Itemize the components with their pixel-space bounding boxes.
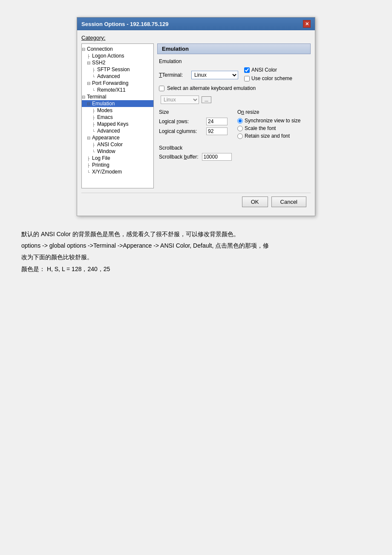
scale-font-row: Scale the font: [237, 125, 309, 131]
notes-line3: 改为下面的颜色比较舒服。: [21, 252, 371, 263]
two-col-section: Size Logical rows: Logical column: [159, 109, 309, 141]
tree-item-ansi-color[interactable]: ├ANSI Color: [82, 141, 153, 148]
tree-item-xyz-modem[interactable]: └X/Y/Zmodem: [82, 168, 153, 175]
alt-kbd-select[interactable]: Linux: [161, 95, 199, 104]
notes-line2: options -> global options ->Terminal ->A…: [21, 240, 371, 251]
sync-view-row: Synchronize view to size: [237, 118, 309, 124]
scrollback-buffer-label: Scrollback buffer:: [159, 154, 199, 160]
tree-item-emulation[interactable]: ⊟Emulation: [82, 100, 153, 107]
browse-button[interactable]: ...: [202, 96, 211, 103]
ansi-color-label: ANSI Color: [251, 67, 277, 73]
logical-rows-input[interactable]: [206, 118, 228, 125]
emulation-section: Emulation TTerminal: Linux VT100 VT220 X…: [157, 58, 311, 161]
retain-size-label: Retain size and font: [245, 133, 290, 139]
ansi-color-checkbox[interactable]: [244, 67, 250, 73]
terminal-select[interactable]: Linux VT100 VT220 Xterm ANSI: [191, 71, 238, 79]
tree-item-emacs[interactable]: ├Emacs: [82, 114, 153, 121]
tree-item-logon-actions[interactable]: ├Logon Actions: [82, 52, 153, 59]
logical-rows-label: Logical rows:: [159, 119, 204, 124]
tree-item-window[interactable]: └Window: [82, 148, 153, 155]
sync-view-radio[interactable]: [237, 118, 243, 124]
tree-item-remote-x11[interactable]: └Remote/X11: [82, 87, 153, 93]
session-options-dialog: Session Options - 192.168.75.129 ✕ Categ…: [77, 17, 315, 216]
right-panel: Emulation Emulation TTerminal: Linux VT1…: [157, 43, 311, 188]
dialog-titlebar: Session Options - 192.168.75.129 ✕: [77, 17, 315, 30]
dialog-body: Category: ⊟Connection ├Logon Actions ⊟SS…: [77, 30, 315, 216]
use-color-scheme-row: Use color scheme: [244, 75, 292, 81]
scrollback-label: Scrollback: [159, 145, 309, 151]
tree-item-modes[interactable]: ├Modes: [82, 107, 153, 114]
tree-item-log-file[interactable]: ├Log File: [82, 155, 153, 162]
section-header: Emulation: [157, 43, 311, 54]
tree-item-printing[interactable]: ├Printing: [82, 162, 153, 168]
logical-cols-row: Logical columns:: [159, 127, 231, 135]
size-section: Size Logical rows: Logical column: [159, 109, 231, 141]
use-color-scheme-checkbox[interactable]: [244, 76, 250, 81]
tree-item-sftp-session[interactable]: ├SFTP Session: [82, 66, 153, 73]
ok-button[interactable]: OK: [242, 197, 268, 207]
sync-view-label: Synchronize view to size: [245, 118, 300, 124]
scale-font-label: Scale the font: [245, 125, 276, 131]
ansi-color-row: ANSI Color: [244, 67, 292, 73]
dialog-content: ⊟Connection ├Logon Actions ⊟SSH2 ├SFTP S…: [81, 43, 311, 188]
retain-size-radio[interactable]: [237, 133, 243, 139]
alt-kbd-label: Select an alternate keyboard emulation: [167, 85, 256, 91]
tree-item-connection[interactable]: ⊟Connection: [82, 46, 153, 52]
terminal-row: TTerminal: Linux VT100 VT220 Xterm ANSI: [159, 67, 309, 83]
notes-line1: 默认的 ANSI Color 的背景颜色是黑色，感觉看久了很不舒服，可以修改背景…: [21, 229, 371, 240]
tree-item-advanced-term[interactable]: └Advanced: [82, 127, 153, 134]
dialog-footer: OK Cancel: [81, 193, 311, 211]
tree-item-mapped-keys[interactable]: ├Mapped Keys: [82, 121, 153, 127]
logical-cols-input[interactable]: [206, 127, 228, 135]
scrollback-section: Scrollback Scrollback buffer:: [159, 145, 309, 161]
tree-item-port-forwarding[interactable]: ⊟Port Forwarding: [82, 80, 153, 87]
size-label: Size: [159, 109, 231, 115]
category-label: Category:: [81, 35, 311, 41]
scale-font-radio[interactable]: [237, 126, 243, 131]
close-button[interactable]: ✕: [303, 20, 311, 28]
logical-rows-row: Logical rows:: [159, 118, 231, 125]
alt-kbd-row: Select an alternate keyboard emulation: [159, 85, 309, 91]
on-resize-label: On resize: [237, 109, 309, 115]
tree-item-ssh2[interactable]: ⊟SSH2: [82, 59, 153, 66]
dialog-title: Session Options - 192.168.75.129: [81, 21, 169, 27]
notes-section: 默认的 ANSI Color 的背景颜色是黑色，感觉看久了很不舒服，可以修改背景…: [17, 229, 375, 275]
scrollback-input[interactable]: [202, 153, 232, 161]
on-resize-section: On resize Synchronize view to size Scale…: [237, 109, 309, 141]
use-color-scheme-label: Use color scheme: [251, 75, 292, 81]
terminal-label: TTerminal:: [159, 72, 189, 78]
cancel-button[interactable]: Cancel: [271, 197, 306, 207]
tree-item-terminal[interactable]: ⊟Terminal: [82, 93, 153, 100]
notes-line4: 颜色是： H, S, L = 128，240，25: [21, 264, 371, 275]
logical-cols-label: Logical columns:: [159, 128, 204, 134]
tree-item-appearance[interactable]: ⊟Appearance: [82, 134, 153, 141]
emulation-group-label: Emulation: [159, 58, 309, 64]
scrollback-row: Scrollback buffer:: [159, 153, 309, 161]
tree-item-advanced-ssh[interactable]: └Advanced: [82, 73, 153, 80]
category-tree[interactable]: ⊟Connection ├Logon Actions ⊟SSH2 ├SFTP S…: [81, 43, 154, 188]
alt-kbd-checkbox[interactable]: [159, 86, 164, 91]
retain-size-row: Retain size and font: [237, 133, 309, 139]
